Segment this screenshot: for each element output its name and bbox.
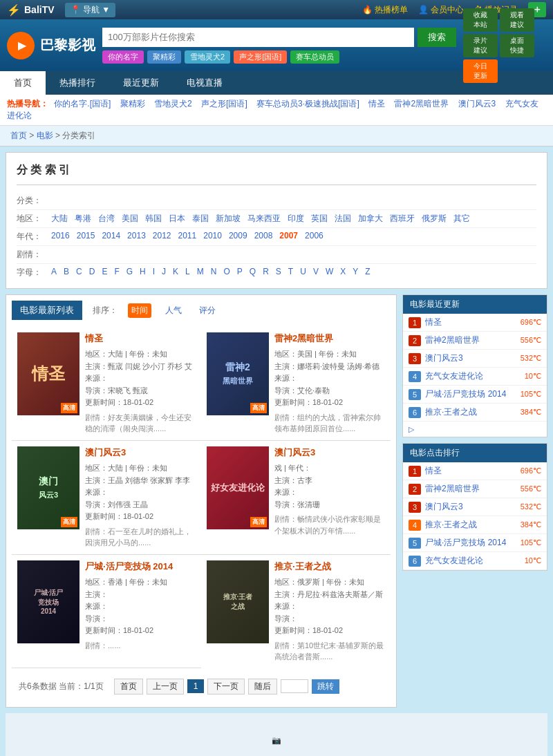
page-jump-input[interactable]: [281, 679, 308, 693]
sidebar-recent-title: 电影最近更新: [403, 295, 547, 314]
category-title: 分 类 索 引: [17, 160, 536, 185]
today-btn[interactable]: 今日 更新: [463, 59, 498, 83]
movie-title-3[interactable]: 澳门风云3: [85, 446, 196, 459]
member-center-btn[interactable]: 👤 会员中心: [418, 4, 464, 16]
hot-nav-item[interactable]: 雪地灵犬2: [154, 99, 192, 108]
breadcrumb-home[interactable]: 首页: [10, 131, 27, 140]
jump-btn[interactable]: 跳转: [312, 679, 339, 694]
movie-meta-5: 地区：香港 | 年份：未知 主演： 来源： 导演： 更新时间：18-01-02: [85, 576, 196, 637]
more-link[interactable]: ▷: [409, 425, 414, 433]
movie-item-4: 好女友进化论 高清 澳门风云3 戏 | 年代： 主演：古李 来源： 导演：张清珊…: [201, 441, 391, 555]
click-item-1[interactable]: 情圣: [425, 465, 521, 477]
movie-title-1[interactable]: 情圣: [85, 332, 196, 345]
rank-badge-6: 6: [409, 407, 421, 418]
hot-nav-item[interactable]: 赛车总动员3·极速挑战[国语]: [256, 99, 359, 108]
ad-placeholder: 📷: [272, 736, 281, 745]
movie-meta-4: 戏 | 年代： 主演：古李 来源： 导演：张清珊: [274, 462, 385, 511]
main-layout: 电影最新列表 排序： 时间 人气 评分 情圣 高清: [6, 294, 547, 708]
movie-info-6: 推京·王者之战 地区：俄罗斯 | 年份：未知 主演：丹尼拉·科兹洛夫斯基／斯 来…: [274, 560, 385, 663]
recent-item-6[interactable]: 推京·王者之战: [425, 406, 521, 418]
movie-poster-3[interactable]: 澳门 风云3 高清: [17, 446, 79, 529]
current-page-btn[interactable]: 1: [187, 679, 205, 693]
hot-tag-3[interactable]: 雪地灵犬2: [185, 50, 230, 64]
click-item-4[interactable]: 推京·王者之战: [425, 519, 521, 531]
tab-recent[interactable]: 最近更新: [109, 71, 173, 95]
sort-popularity[interactable]: 人气: [162, 303, 185, 318]
breadcrumb-movie[interactable]: 电影: [37, 131, 53, 140]
movie-item-2: 雷神2 黑暗世界 高清 雷神2黑暗世界 地区：美国 | 年份：未知 主演：娜塔莉…: [201, 327, 391, 441]
movie-poster-1[interactable]: 情圣 高清: [17, 332, 79, 415]
movie-title-6[interactable]: 推京·王者之战: [274, 560, 385, 573]
hot-nav-item[interactable]: 声之形[国语]: [201, 99, 247, 108]
rank-badge-3: 3: [409, 353, 421, 364]
last-page-btn[interactable]: 随后: [248, 679, 277, 694]
click-item-3[interactable]: 澳门风云3: [425, 501, 521, 513]
recent-item-4[interactable]: 充气女友进化论: [425, 370, 525, 382]
sidebar-click-2: 2 雷神2黑暗世界 556℃: [403, 480, 547, 498]
click-count-6: 10℃: [525, 556, 541, 565]
movie-title-5[interactable]: 尸城·活尸竞技场 2014: [85, 560, 196, 573]
recent-item-1[interactable]: 情圣: [425, 316, 521, 328]
recent-count-6: 384℃: [521, 408, 541, 417]
movie-desc-1: 剧情：好友美满姻缘，今生还安稳的消滞（闹央闯演......: [85, 412, 196, 435]
recent-item-2[interactable]: 雷神2黑暗世界: [425, 334, 521, 346]
cat-label-type: 分类：: [17, 195, 51, 207]
hot-tag-5[interactable]: 赛车总动员: [290, 50, 339, 64]
cat-row-region: 地区： 大陆 粤港 台湾 美国 韩国 日本 泰国 新加坡 马来西亚 印度 英国 …: [17, 210, 536, 228]
movie-desc-6: 剧情：第10世纪末·基辅罗斯的最高统治者普斯......: [274, 640, 385, 663]
click-item-5[interactable]: 尸城·活尸竞技场 2014: [425, 537, 521, 549]
hot-tag-4[interactable]: 声之形[国语]: [234, 50, 287, 64]
sidebar-click: 电影点击排行 1 情圣 696℃ 2 雷神2黑暗世界 556℃ 3 澳门风云3 …: [402, 443, 547, 571]
next-page-btn[interactable]: 下一页: [207, 679, 245, 694]
cat-items-year: 2016 2015 2014 2013 2012 2011 2010 2009 …: [51, 231, 324, 240]
click-item-2[interactable]: 雷神2黑暗世界: [425, 483, 521, 495]
hd-badge-2: 高清: [250, 403, 267, 413]
suggest2-btn[interactable]: 录片 建议: [463, 34, 498, 57]
hot-tag-1[interactable]: 你的名字: [102, 50, 144, 64]
suggest-btn[interactable]: 观看 建议: [500, 8, 534, 32]
first-page-btn[interactable]: 首页: [114, 679, 143, 694]
hot-rank-btn[interactable]: 🔥 热播榜单: [362, 4, 408, 16]
search-button[interactable]: 搜索: [418, 28, 456, 47]
hot-tag-2[interactable]: 聚精彩: [147, 50, 181, 64]
tab-home[interactable]: 首页: [0, 71, 46, 95]
hot-nav-item[interactable]: 聚精彩: [120, 99, 145, 108]
logo-area: 巴黎影视: [7, 32, 95, 59]
movie-poster-4[interactable]: 好女友进化论 高清: [207, 446, 269, 529]
search-input[interactable]: [102, 28, 414, 47]
recent-item-3[interactable]: 澳门风云3: [425, 352, 521, 364]
movie-list-title: 电影最新列表: [12, 301, 82, 320]
recent-item-5[interactable]: 尸城·活尸竞技场 2014: [425, 388, 521, 400]
movie-poster-2[interactable]: 雷神2 黑暗世界 高清: [207, 332, 269, 415]
category-section: 分 类 索 引 分类： 地区： 大陆 粤港 台湾 美国 韩国 日本 泰国 新加坡…: [6, 152, 547, 289]
click-item-6[interactable]: 充气女友进化论: [425, 555, 525, 567]
movie-title-4[interactable]: 澳门风云3: [274, 446, 385, 459]
search-area: 搜索 你的名字 聚精彩 雪地灵犬2 声之形[国语] 赛车总动员: [102, 28, 456, 64]
sort-time[interactable]: 时间: [128, 303, 151, 318]
logo-play-icon: [7, 32, 35, 59]
tab-hot[interactable]: 热播排行: [46, 71, 109, 95]
hd-badge-4: 高清: [250, 517, 267, 527]
click-count-1: 696℃: [521, 466, 541, 475]
movie-info-3: 澳门风云3 地区：大陆 | 年份：未知 主演：王晶 刘德华 张家辉 李李 来源：…: [85, 446, 196, 549]
sort-rating[interactable]: 评分: [196, 303, 219, 318]
movie-title-2[interactable]: 雷神2黑暗世界: [274, 332, 385, 345]
movie-meta-2: 地区：美国 | 年份：未知 主演：娜塔莉·波特曼 汤姆·希德 来源： 导演：艾伦…: [274, 348, 385, 409]
prev-page-btn[interactable]: 上一页: [147, 679, 184, 694]
movie-poster-6[interactable]: 推京·王者 之战: [207, 560, 269, 643]
movie-poster-5[interactable]: 尸城·活尸 竞技场 2014: [17, 560, 79, 643]
cat-row-drama: 剧情：: [17, 246, 536, 264]
tab-tv[interactable]: 电视直播: [173, 71, 236, 95]
movie-info-1: 情圣 地区：大陆 | 年份：未知 主演：甄宬 闫妮 沙小汀 乔杉 艾 来源： 导…: [85, 332, 196, 435]
search-box: 搜索: [102, 28, 456, 47]
hot-nav-item[interactable]: 情圣: [368, 99, 385, 108]
click-rank-3: 3: [409, 502, 421, 513]
collect-btn[interactable]: 收藏 本站: [463, 8, 498, 32]
site-logo: ⚡ BaliTV: [7, 3, 55, 17]
hot-nav-item[interactable]: 澳门风云3: [458, 99, 496, 108]
nav-dropdown-btn[interactable]: 📍 导航 ▼: [65, 3, 116, 17]
desktop-btn[interactable]: 桌面 快捷: [500, 34, 534, 57]
movie-desc-3: 剧情：石一至在儿时的婚礼上，因演用兄小马的......: [85, 526, 196, 549]
hot-nav-item[interactable]: 雷神2黑暗世界: [394, 99, 449, 108]
hot-nav-item[interactable]: 你的名字.[国语]: [54, 99, 111, 108]
